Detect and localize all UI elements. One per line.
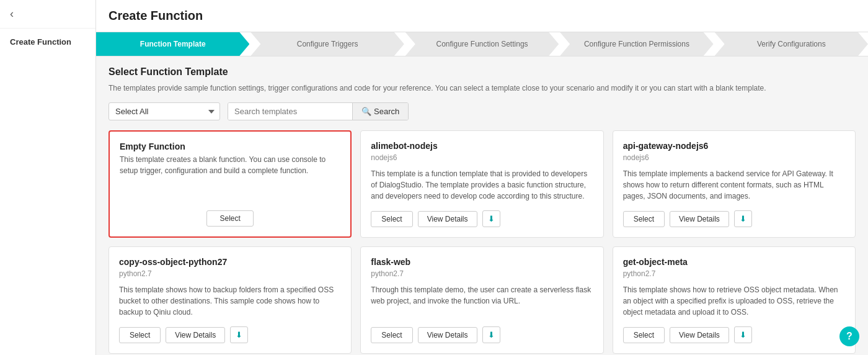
step-verify-configurations[interactable]: Verify Configurations <box>715 32 868 56</box>
search-button[interactable]: 🔍 Search <box>352 103 408 120</box>
template-desc-3: This template shows how to backup folder… <box>119 284 341 318</box>
download-button-1[interactable]: ⬇ <box>482 210 500 227</box>
template-actions-5: Select View Details ⬇ <box>623 326 845 343</box>
template-actions-4: Select View Details ⬇ <box>371 326 593 343</box>
template-card-api-gateway-nodejs6: api-gateway-nodejs6 nodejs6 This templat… <box>613 130 856 238</box>
template-name-4: flask-web <box>371 257 593 267</box>
step-configure-triggers[interactable]: Configure Triggers <box>250 32 404 56</box>
sidebar-item-create-function[interactable]: Create Function <box>0 29 95 55</box>
select-button-2[interactable]: Select <box>623 211 665 227</box>
view-details-button-2[interactable]: View Details <box>670 211 729 227</box>
template-runtime-3: python2.7 <box>119 269 341 278</box>
download-button-3[interactable]: ⬇ <box>230 326 248 343</box>
template-card-copy-oss-object-python27: copy-oss-object-python27 python2.7 This … <box>108 246 352 354</box>
download-button-2[interactable]: ⬇ <box>734 210 752 227</box>
template-desc-2: This template implements a backend servi… <box>623 168 845 202</box>
section-title: Select Function Template <box>108 66 856 78</box>
template-actions-1: Select View Details ⬇ <box>371 210 593 227</box>
search-wrapper: 🔍 Search <box>228 102 409 120</box>
content-area: Select Function Template The templates p… <box>96 56 868 355</box>
select-button-5[interactable]: Select <box>623 327 665 343</box>
template-card-empty-function: Empty Function This template creates a b… <box>108 130 352 238</box>
step-configure-function-permissions[interactable]: Configure Function Permissions <box>560 32 713 56</box>
template-runtime-5: python2.7 <box>623 269 845 278</box>
template-card-flask-web: flask-web python2.7 Through this templat… <box>360 246 603 354</box>
template-desc-0: This template creates a blank function. … <box>120 154 340 202</box>
help-button[interactable]: ? <box>839 326 859 346</box>
category-select[interactable]: Select All <box>108 102 220 120</box>
template-desc-1: This template is a function template tha… <box>371 168 593 202</box>
back-button[interactable]: ‹ <box>0 0 95 29</box>
select-button-4[interactable]: Select <box>371 327 412 343</box>
template-name-3: copy-oss-object-python27 <box>119 257 341 267</box>
wizard-steps: Function Template Configure Triggers Con… <box>96 32 868 56</box>
template-name-2: api-gateway-nodejs6 <box>623 141 845 151</box>
section-desc: The templates provide sample function se… <box>108 83 856 94</box>
step-configure-function-settings[interactable]: Configure Function Settings <box>405 32 559 56</box>
select-button-3[interactable]: Select <box>119 327 161 343</box>
filter-bar: Select All 🔍 Search <box>108 102 856 120</box>
main-content: Create Function Function Template Config… <box>96 0 868 355</box>
sidebar: ‹ Create Function <box>0 0 96 355</box>
template-runtime-1: nodejs6 <box>371 153 593 162</box>
template-desc-4: Through this template demo, the user can… <box>371 284 593 318</box>
search-icon: 🔍 <box>361 107 371 116</box>
template-card-get-object-meta: get-object-meta python2.7 This template … <box>613 246 856 354</box>
template-name-5: get-object-meta <box>623 257 845 267</box>
template-name-0: Empty Function <box>120 142 340 151</box>
select-button-1[interactable]: Select <box>371 211 412 227</box>
template-runtime-4: python2.7 <box>371 269 593 278</box>
download-button-4[interactable]: ⬇ <box>482 326 500 343</box>
view-details-button-5[interactable]: View Details <box>670 327 729 343</box>
template-desc-5: This template shows how to retrieve OSS … <box>623 284 845 318</box>
page-title: Create Function <box>96 0 868 32</box>
step-function-template[interactable]: Function Template <box>96 32 249 56</box>
template-actions-0: Select <box>120 210 340 227</box>
select-button-0[interactable]: Select <box>206 210 253 227</box>
template-actions-2: Select View Details ⬇ <box>623 210 845 227</box>
template-runtime-2: nodejs6 <box>623 153 845 162</box>
search-input[interactable] <box>228 103 352 120</box>
template-name-1: alimebot-nodejs <box>371 141 593 151</box>
download-button-5[interactable]: ⬇ <box>734 326 752 343</box>
template-actions-3: Select View Details ⬇ <box>119 326 341 343</box>
view-details-button-3[interactable]: View Details <box>166 327 225 343</box>
template-card-alimebot-nodejs: alimebot-nodejs nodejs6 This template is… <box>360 130 603 238</box>
view-details-button-4[interactable]: View Details <box>418 327 477 343</box>
view-details-button-1[interactable]: View Details <box>418 211 477 227</box>
template-grid: Empty Function This template creates a b… <box>108 130 856 354</box>
